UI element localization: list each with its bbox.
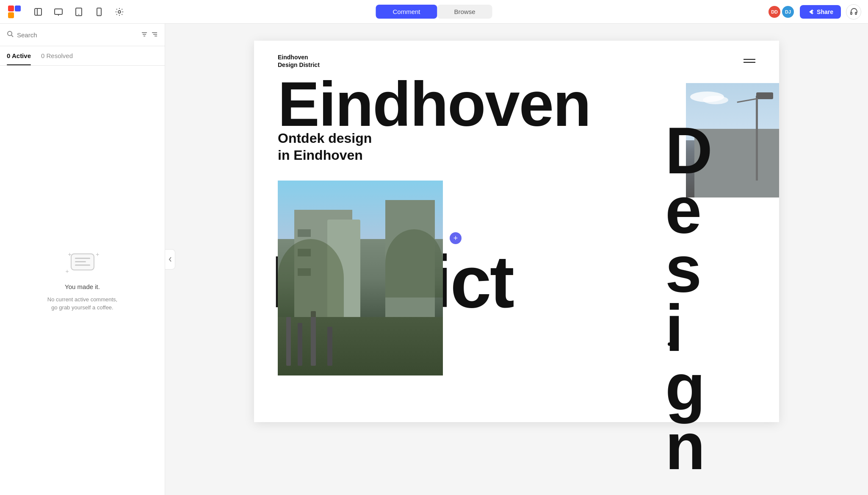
desktop-view-btn[interactable]	[51, 4, 66, 19]
comment-tab[interactable]: Comment	[376, 5, 437, 19]
design-canvas: Eindhoven Design District Eindhoven Ontd…	[254, 41, 779, 422]
hamburger-menu[interactable]	[744, 57, 755, 65]
mobile-view-btn[interactable]	[91, 4, 107, 19]
empty-subtitle: No current active comments,go grab yours…	[47, 295, 117, 312]
svg-rect-0	[8, 6, 14, 11]
tab-active[interactable]: 0 Active	[7, 46, 31, 65]
main-layout: 0 Active 0 Resolved + + + You made it. N…	[0, 24, 868, 495]
subtitle-line1: Ontdek design	[278, 130, 372, 147]
share-label: Share	[817, 8, 833, 15]
subtitle-line2: in Eindhoven	[278, 147, 372, 164]
add-comment-pin[interactable]: +	[450, 232, 462, 244]
svg-rect-5	[55, 9, 62, 14]
design-word: D e s i g n	[665, 121, 711, 476]
svg-point-15	[8, 31, 12, 36]
headphones-button[interactable]	[846, 4, 861, 19]
comment-tabs: 0 Active 0 Resolved	[0, 46, 165, 66]
svg-rect-13	[851, 12, 852, 14]
browse-tab[interactable]: Browse	[437, 5, 492, 19]
brand-logo: Eindhoven Design District	[278, 53, 320, 69]
svg-rect-1	[15, 6, 21, 11]
empty-icon: + + +	[66, 249, 100, 275]
filter-icon[interactable]	[141, 31, 148, 39]
canvas-area: Eindhoven Design District Eindhoven Ontd…	[165, 24, 868, 495]
avatar-dj: DJ	[781, 5, 795, 19]
tab-resolved[interactable]: 0 Resolved	[41, 46, 73, 65]
settings-btn[interactable]	[112, 4, 127, 19]
svg-point-12	[118, 11, 121, 13]
svg-point-11	[99, 14, 100, 14]
svg-point-9	[78, 14, 79, 15]
toolbar: Comment Browse DD DJ Share	[0, 0, 868, 24]
sidebar-toggle-btn[interactable]	[30, 4, 46, 19]
plus-icon-tr: +	[96, 251, 99, 258]
search-input[interactable]	[17, 31, 138, 39]
toolbar-right: DD DJ Share	[768, 4, 861, 19]
avatar-dd: DD	[768, 5, 781, 19]
svg-line-16	[11, 35, 13, 37]
sidebar: 0 Active 0 Resolved + + + You made it. N…	[0, 24, 165, 495]
tablet-view-btn[interactable]	[71, 4, 86, 19]
empty-title: You made it.	[65, 283, 100, 290]
hero-title: Eindhoven	[278, 75, 590, 134]
sidebar-wrapper: 0 Active 0 Resolved + + + You made it. N…	[0, 24, 165, 495]
app-logo[interactable]	[7, 4, 22, 19]
svg-rect-2	[8, 12, 14, 18]
plus-icon-bl: +	[66, 268, 69, 275]
sort-icon[interactable]	[151, 31, 158, 39]
empty-state: + + + You made it. No current active com…	[0, 66, 165, 495]
collaborators: DD DJ	[768, 5, 795, 19]
view-tabs: Comment Browse	[376, 5, 492, 19]
subtitle: Ontdek design in Eindhoven	[278, 130, 372, 164]
svg-rect-14	[855, 12, 857, 14]
comment-bubble-icon	[71, 253, 94, 270]
collapse-sidebar-btn[interactable]	[165, 249, 175, 270]
search-bar	[0, 24, 165, 46]
photo-main	[278, 181, 443, 375]
share-button[interactable]: Share	[800, 5, 841, 19]
brand-line2: Design District	[278, 61, 320, 69]
brand-line1: Eindhoven	[278, 53, 320, 61]
search-icon	[7, 31, 14, 39]
svg-rect-3	[35, 8, 41, 15]
